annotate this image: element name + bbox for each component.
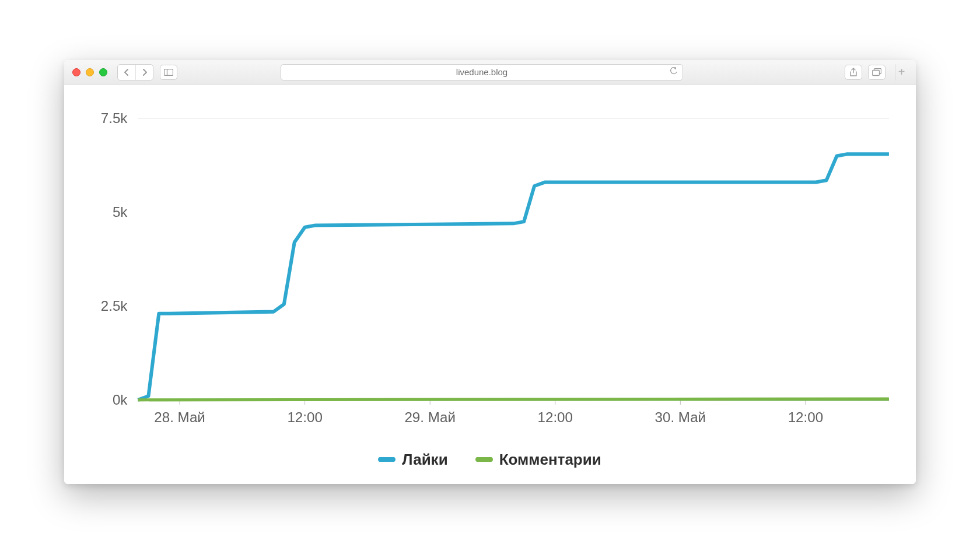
sidebar-toggle-button[interactable] xyxy=(160,65,177,80)
svg-rect-3 xyxy=(873,70,880,75)
svg-text:12:00: 12:00 xyxy=(788,409,823,425)
minimize-window-button[interactable] xyxy=(86,68,94,76)
page-content: 0k2.5k5k7.5k28. Май12:0029. Май12:0030. … xyxy=(64,85,916,483)
forward-button[interactable] xyxy=(135,65,153,80)
svg-text:0k: 0k xyxy=(113,392,128,408)
line-chart: 0k2.5k5k7.5k28. Май12:0029. Май12:0030. … xyxy=(85,107,895,435)
maximize-window-button[interactable] xyxy=(99,68,107,76)
share-icon xyxy=(849,68,858,77)
chart-container: 0k2.5k5k7.5k28. Май12:0029. Май12:0030. … xyxy=(85,107,895,468)
chevron-left-icon xyxy=(124,69,130,76)
legend-swatch-likes xyxy=(379,457,395,462)
reader-icon[interactable] xyxy=(670,67,678,77)
nav-back-forward-group xyxy=(117,64,153,80)
browser-chrome: livedune.blog + xyxy=(64,60,916,85)
address-text: livedune.blog xyxy=(456,67,508,77)
back-button[interactable] xyxy=(118,65,135,80)
legend-swatch-comments xyxy=(476,457,492,462)
traffic-lights xyxy=(72,68,107,76)
legend-label-likes: Лайки xyxy=(402,451,447,469)
svg-text:28. Май: 28. Май xyxy=(154,409,205,425)
svg-text:12:00: 12:00 xyxy=(538,409,573,425)
panel-icon xyxy=(164,69,173,76)
legend-item-comments[interactable]: Комментарии xyxy=(476,451,601,469)
legend-item-likes[interactable]: Лайки xyxy=(379,451,447,469)
tabs-icon xyxy=(872,68,881,76)
chevron-right-icon xyxy=(142,69,148,76)
browser-window: livedune.blog + 0k2.5k5k7.5k28. Май12:00… xyxy=(64,60,916,483)
tabs-button[interactable] xyxy=(868,65,886,80)
svg-text:29. Май: 29. Май xyxy=(404,409,456,425)
new-tab-button[interactable]: + xyxy=(895,64,908,80)
svg-text:2.5k: 2.5k xyxy=(101,298,128,314)
svg-text:12:00: 12:00 xyxy=(287,409,322,425)
svg-text:5k: 5k xyxy=(113,204,128,220)
svg-text:7.5k: 7.5k xyxy=(101,111,128,127)
svg-text:30. Май: 30. Май xyxy=(655,409,706,425)
legend-label-comments: Комментарии xyxy=(499,451,601,469)
address-bar[interactable]: livedune.blog xyxy=(281,64,683,80)
browser-right-buttons: + xyxy=(845,64,908,80)
chart-legend: Лайки Комментарии xyxy=(85,451,895,469)
svg-rect-0 xyxy=(164,69,173,75)
share-button[interactable] xyxy=(845,65,862,80)
close-window-button[interactable] xyxy=(72,68,80,76)
